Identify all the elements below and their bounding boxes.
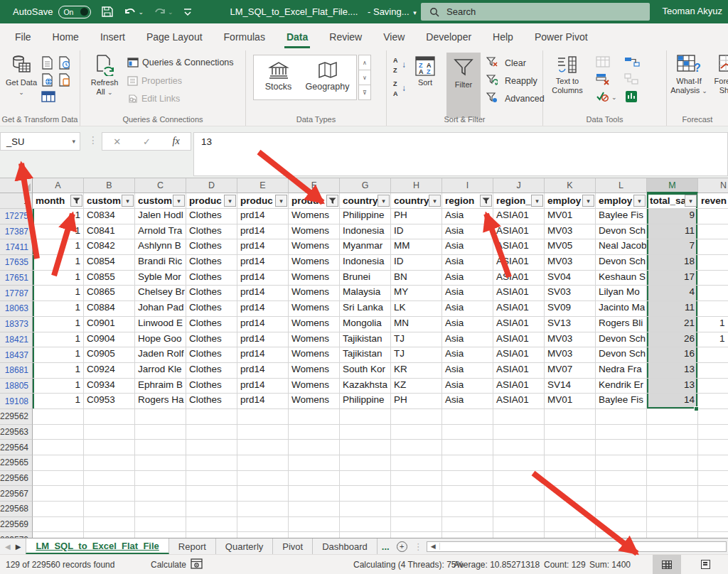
cell-C-18063[interactable]: Johan Pad [135, 301, 186, 317]
formula-input[interactable]: 13 [193, 132, 728, 176]
filter-dropdown-button-J[interactable]: ▾ [531, 195, 543, 207]
cell-H-229562[interactable] [391, 409, 442, 425]
column-header-L[interactable]: L [596, 178, 647, 193]
column-header-F[interactable]: F [289, 178, 340, 193]
cell-C-229568[interactable] [135, 502, 186, 517]
cell-C-18805[interactable]: Ephraim B [135, 379, 186, 394]
tab-file[interactable]: File [4, 23, 42, 50]
tab-data[interactable]: Data [276, 23, 318, 50]
cell-N-18805[interactable] [698, 379, 728, 394]
cell-D-18373[interactable]: Clothes [186, 317, 237, 332]
cell-F-229567[interactable] [289, 486, 340, 502]
cell-B-18681[interactable]: C0924 [84, 363, 135, 379]
cell-M-17635[interactable]: 18 [647, 255, 698, 271]
cell-K-229568[interactable] [545, 502, 596, 517]
row-header-229565[interactable]: 229565 [0, 455, 33, 471]
filter-button[interactable]: Filter [446, 53, 481, 118]
fill-handle[interactable] [694, 406, 699, 411]
cell-F-18373[interactable]: Womens [289, 317, 340, 332]
cell-J-229563[interactable] [493, 425, 545, 440]
column-header-A[interactable]: A [33, 178, 84, 193]
cell-G-17635[interactable]: Indonesia [340, 255, 391, 271]
gallery-up-icon[interactable]: ∧ [358, 55, 371, 70]
cell-L-17787[interactable]: Lilyan Mo [596, 286, 647, 301]
tab-developer[interactable]: Developer [415, 23, 482, 50]
tab-insert[interactable]: Insert [90, 23, 136, 50]
cell-G-229566[interactable] [340, 471, 391, 487]
cell-G-18681[interactable]: South Kor [340, 363, 391, 379]
cell-L-17411[interactable]: Neal Jacob [596, 239, 647, 255]
column-header-M[interactable]: M [647, 178, 698, 193]
from-web-icon[interactable] [41, 73, 53, 90]
sheet-tab-pivot[interactable]: Pivot [273, 538, 313, 554]
cell-L-17275[interactable]: Baylee Fis [596, 209, 647, 224]
cell-N-18421[interactable]: 1 [698, 332, 728, 348]
cell-F-17635[interactable]: Womens [289, 255, 340, 271]
relationships-icon[interactable] [624, 56, 640, 70]
cell-B-229563[interactable] [84, 425, 135, 440]
cell-H-229564[interactable] [391, 440, 442, 455]
cell-C-17651[interactable]: Syble Mor [135, 271, 186, 286]
cell-I-19108[interactable]: Asia [442, 394, 493, 409]
cell-E-229567[interactable] [237, 486, 289, 502]
column-header-D[interactable]: D [186, 178, 237, 193]
recent-sources-icon[interactable] [58, 56, 70, 72]
cell-B-18437[interactable]: C0905 [84, 347, 135, 363]
cell-F-18681[interactable]: Womens [289, 363, 340, 379]
cell-L-17651[interactable]: Keshaun S [596, 271, 647, 286]
cell-A-17635[interactable]: 1 [33, 255, 84, 271]
cell-M-17387[interactable]: 11 [647, 224, 698, 240]
cell-L-17387[interactable]: Devon Sch [596, 224, 647, 240]
row-header-229562[interactable]: 229562 [0, 409, 33, 425]
cell-G-17651[interactable]: Brunei [340, 271, 391, 286]
title-dropdown-icon[interactable]: ▾ [413, 9, 417, 16]
cell-J-17411[interactable]: ASIA01 [493, 239, 545, 255]
cell-K-17651[interactable]: SV04 [545, 271, 596, 286]
cell-B-17651[interactable]: C0855 [84, 271, 135, 286]
cell-A-17787[interactable]: 1 [33, 286, 84, 301]
header-cell-E[interactable]: produc▾ [237, 193, 289, 209]
cell-M-229568[interactable] [647, 502, 698, 517]
cell-H-18437[interactable]: TJ [391, 347, 442, 363]
tab-help[interactable]: Help [482, 23, 524, 50]
cell-M-229563[interactable] [647, 425, 698, 440]
cell-I-18805[interactable]: Asia [442, 379, 493, 394]
cell-K-229563[interactable] [545, 425, 596, 440]
cell-A-18437[interactable]: 1 [33, 347, 84, 363]
cell-I-17387[interactable]: Asia [442, 224, 493, 240]
page-layout-view-button[interactable] [691, 555, 719, 574]
sheet-overflow[interactable]: ... [378, 538, 394, 554]
cell-F-17411[interactable]: Womens [289, 239, 340, 255]
cell-N-229565[interactable] [698, 455, 728, 471]
header-cell-B[interactable]: custom▾ [84, 193, 135, 209]
manage-data-model-icon[interactable] [624, 90, 638, 107]
sheet-tab-report[interactable]: Report [169, 538, 216, 554]
select-all-corner[interactable] [0, 178, 33, 193]
cell-N-17651[interactable] [698, 271, 728, 286]
cell-K-229562[interactable] [545, 409, 596, 425]
cell-N-19108[interactable] [698, 394, 728, 409]
cell-G-18437[interactable]: Tajikistan [340, 347, 391, 363]
cell-K-229567[interactable] [545, 486, 596, 502]
cell-D-229567[interactable] [186, 486, 237, 502]
cell-K-18421[interactable]: MV03 [545, 332, 596, 348]
cell-K-19108[interactable]: MV01 [545, 394, 596, 409]
cell-E-17387[interactable]: prd14 [237, 224, 289, 240]
cell-F-18421[interactable]: Womens [289, 332, 340, 348]
cell-K-229566[interactable] [545, 471, 596, 487]
filter-dropdown-button-E[interactable]: ▾ [275, 195, 287, 207]
cell-L-229562[interactable] [596, 409, 647, 425]
cell-N-17275[interactable] [698, 209, 728, 224]
cell-H-17387[interactable]: ID [391, 224, 442, 240]
sheet-tab-dashboard[interactable]: Dashboard [313, 538, 378, 554]
text-to-columns-button[interactable]: Text to Columns [547, 55, 587, 95]
cell-J-18063[interactable]: ASIA01 [493, 301, 545, 317]
row-header-229563[interactable]: 229563 [0, 425, 33, 440]
cell-M-17411[interactable]: 7 [647, 239, 698, 255]
cell-D-18437[interactable]: Clothes [186, 347, 237, 363]
ribbon-display-options-icon[interactable] [183, 8, 193, 16]
queries-connections-button[interactable]: Queries & Connections [127, 58, 234, 67]
autosave-toggle[interactable]: On [58, 6, 91, 18]
cell-M-18063[interactable]: 11 [647, 301, 698, 317]
insert-function-icon[interactable]: fx [173, 136, 180, 147]
